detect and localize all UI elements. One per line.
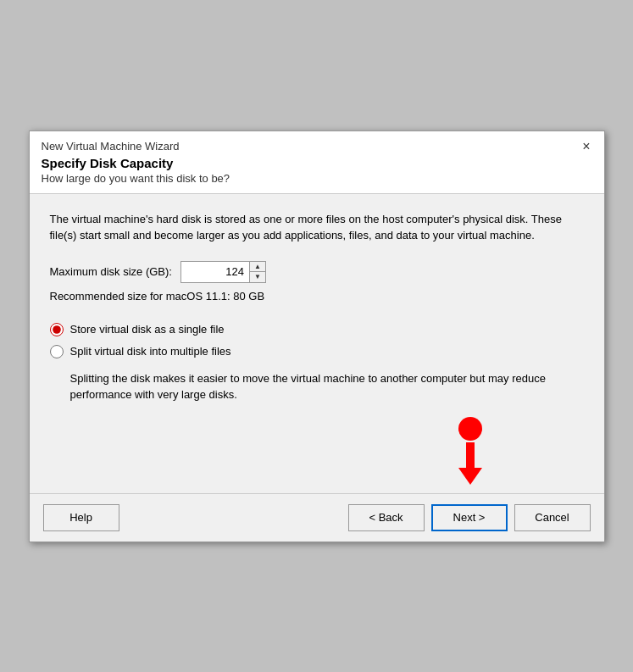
disk-size-input[interactable] [181, 262, 249, 282]
dialog-content: The virtual machine's hard disk is store… [30, 194, 604, 493]
back-button[interactable]: < Back [348, 504, 425, 531]
radio-multiple-files-label[interactable]: Split virtual disk into multiple files [50, 345, 584, 358]
dialog-footer: Help < Back Next > Cancel [30, 493, 604, 541]
arrow-body [466, 442, 475, 468]
title-bar-text: New Virtual Machine Wizard Specify Disk … [42, 140, 230, 185]
splitting-note: Splitting the disk makes it easier to mo… [70, 370, 584, 403]
next-button[interactable]: Next > [431, 504, 508, 531]
radio-multiple-files[interactable] [50, 345, 64, 358]
dialog-subheading: How large do you want this disk to be? [42, 172, 230, 185]
spinner-down-button[interactable]: ▼ [250, 272, 265, 282]
dialog-title: New Virtual Machine Wizard [42, 140, 230, 153]
disk-size-label: Maximum disk size (GB): [50, 265, 172, 278]
disk-size-spinner[interactable]: ▲ ▼ [180, 261, 266, 283]
disk-size-row: Maximum disk size (GB): ▲ ▼ [50, 261, 584, 283]
dialog-window: New Virtual Machine Wizard Specify Disk … [29, 131, 605, 542]
spinner-up-button[interactable]: ▲ [250, 262, 265, 272]
cancel-button[interactable]: Cancel [514, 504, 591, 531]
title-bar: New Virtual Machine Wizard Specify Disk … [30, 131, 604, 194]
arrow-circle [458, 417, 482, 441]
arrow-head [458, 468, 482, 485]
radio-multiple-files-text: Split virtual disk into multiple files [70, 345, 231, 358]
radio-single-file[interactable] [50, 323, 64, 336]
radio-single-file-label[interactable]: Store virtual disk as a single file [50, 323, 584, 336]
description-text: The virtual machine's hard disk is store… [50, 211, 584, 244]
close-button[interactable]: × [580, 140, 591, 153]
help-button[interactable]: Help [43, 504, 119, 531]
radio-group: Store virtual disk as a single file Spli… [50, 323, 584, 403]
dialog-heading: Specify Disk Capacity [42, 156, 230, 170]
radio-single-file-text: Store virtual disk as a single file [70, 323, 225, 336]
annotation-arrow [458, 417, 482, 485]
annotation-arrow-container [50, 417, 584, 485]
recommended-text: Recommended size for macOS 11.1: 80 GB [50, 290, 584, 303]
spinner-buttons: ▲ ▼ [249, 262, 265, 282]
